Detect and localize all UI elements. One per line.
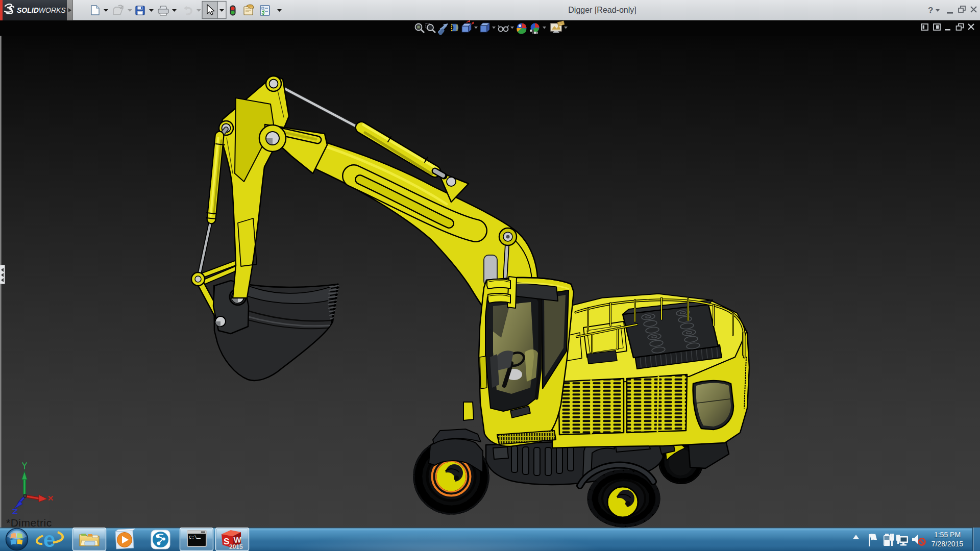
svg-text:e: e (43, 528, 55, 551)
svg-text:?: ? (928, 6, 933, 15)
svg-text:2015: 2015 (229, 543, 243, 550)
svg-text:C:\: C:\ (189, 535, 197, 540)
svg-text:S: S (224, 537, 229, 546)
